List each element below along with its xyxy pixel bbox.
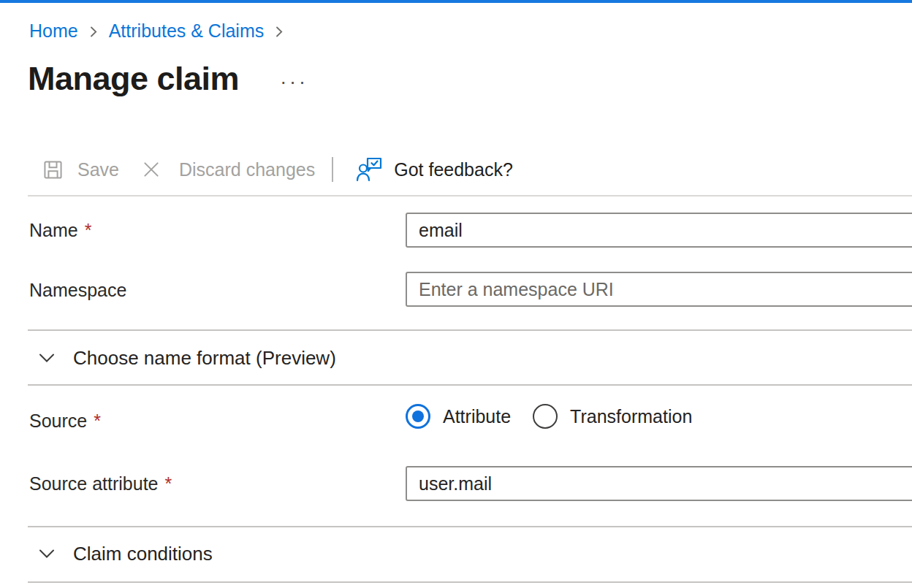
chevron-right-icon — [275, 25, 284, 39]
claim-conditions-section-header[interactable]: Claim conditions — [28, 537, 912, 570]
discard-changes-label: Discard changes — [179, 159, 315, 180]
got-feedback-button[interactable]: Got feedback? — [356, 156, 513, 183]
breadcrumb-attributes-claims[interactable]: Attributes & Claims — [109, 20, 265, 42]
required-asterisk: * — [85, 220, 92, 240]
section-divider — [28, 581, 912, 583]
section-divider — [28, 526, 912, 527]
save-button[interactable]: Save — [42, 159, 119, 181]
section-divider — [28, 329, 912, 331]
namespace-input[interactable] — [406, 272, 912, 307]
source-attribute-input[interactable] — [406, 466, 912, 501]
command-bar: Save Discard changes Got feedback? — [0, 150, 912, 188]
save-icon — [42, 159, 64, 181]
save-button-label: Save — [77, 159, 119, 180]
source-attribute-label-text: Source attribute — [29, 473, 159, 494]
breadcrumb-home[interactable]: Home — [29, 20, 78, 42]
radio-unselected-icon — [533, 404, 558, 429]
top-accent-bar — [0, 0, 912, 3]
source-field-label: Source* — [29, 410, 101, 432]
chevron-down-icon — [38, 548, 56, 560]
toolbar-separator — [332, 157, 333, 182]
got-feedback-label: Got feedback? — [394, 159, 513, 180]
namespace-label-text: Namespace — [29, 280, 126, 300]
toolbar-divider — [28, 195, 912, 196]
person-feedback-icon — [356, 156, 385, 183]
radio-selected-icon — [406, 404, 430, 429]
source-option-attribute[interactable]: Attribute — [406, 404, 511, 429]
chevron-down-icon — [38, 352, 56, 364]
more-options-button[interactable]: ··· — [277, 73, 311, 91]
choose-name-format-section-label: Choose name format (Preview) — [73, 347, 336, 370]
choose-name-format-section-header[interactable]: Choose name format (Preview) — [28, 341, 912, 375]
name-label-text: Name — [29, 220, 78, 240]
source-label-text: Source — [29, 411, 87, 431]
source-attribute-field-label: Source attribute* — [29, 473, 172, 495]
namespace-field-label: Namespace — [29, 279, 126, 301]
dismiss-icon — [141, 159, 162, 180]
breadcrumb: Home Attributes & Claims — [29, 20, 284, 42]
page-header: Manage claim ··· — [28, 60, 311, 98]
transformation-option-label: Transformation — [570, 406, 692, 427]
source-option-transformation[interactable]: Transformation — [533, 404, 692, 429]
name-input[interactable] — [406, 213, 912, 248]
discard-changes-button[interactable]: Discard changes — [141, 159, 315, 180]
attribute-option-label: Attribute — [443, 406, 511, 427]
required-asterisk: * — [165, 473, 172, 494]
required-asterisk: * — [94, 411, 101, 431]
claim-conditions-section-label: Claim conditions — [73, 543, 213, 565]
source-radio-group: Attribute Transformation — [406, 404, 692, 429]
chevron-right-icon — [89, 25, 98, 39]
page-title: Manage claim — [28, 60, 239, 98]
section-divider — [28, 384, 912, 386]
name-field-label: Name* — [29, 219, 91, 241]
